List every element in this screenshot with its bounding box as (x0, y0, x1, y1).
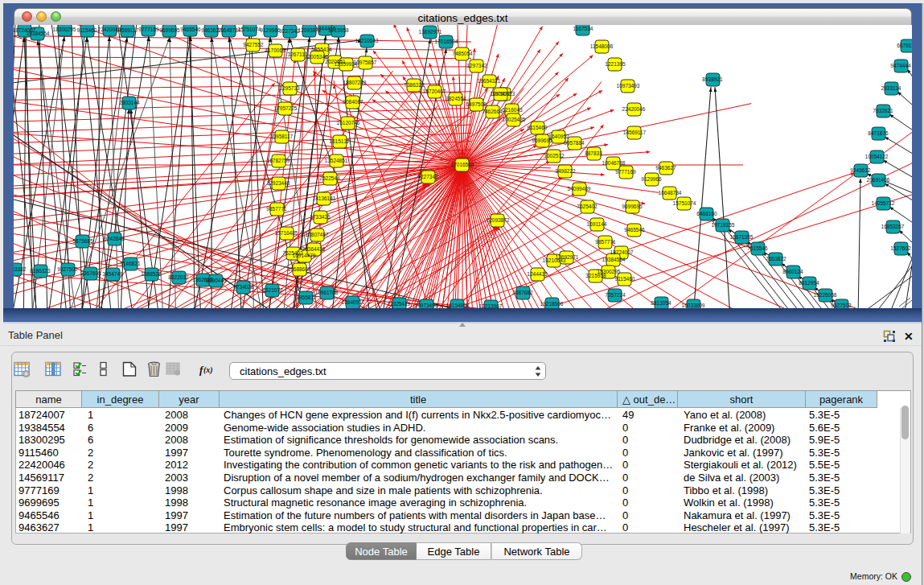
svg-text:9245612: 9245612 (850, 167, 871, 173)
svg-text:9465546: 9465546 (180, 27, 201, 32)
svg-text:15751074: 15751074 (673, 200, 696, 206)
svg-text:6216043: 6216043 (502, 107, 523, 113)
svg-text:5875685: 5875685 (72, 238, 93, 244)
svg-text:7625402: 7625402 (577, 204, 598, 209)
svg-text:6466160: 6466160 (696, 211, 717, 216)
svg-text:1615132: 1615132 (329, 138, 350, 144)
svg-text:9327502: 9327502 (57, 266, 78, 272)
svg-text:9427552: 9427552 (243, 42, 264, 47)
svg-text:8186323: 8186323 (30, 268, 51, 274)
svg-text:2522544: 2522544 (319, 175, 340, 181)
svg-text:16671355: 16671355 (730, 234, 754, 240)
svg-text:1527602: 1527602 (890, 245, 911, 251)
svg-text:2933114: 2933114 (881, 85, 901, 91)
svg-text:9777169: 9777169 (615, 169, 636, 175)
svg-text:16914479: 16914479 (293, 253, 316, 258)
svg-text:3215958: 3215958 (585, 273, 606, 278)
svg-text:2367608: 2367608 (80, 270, 101, 276)
svg-text:10046788: 10046788 (602, 160, 626, 166)
svg-text:9857771: 9857771 (266, 206, 287, 212)
svg-text:9129966: 9129966 (260, 27, 281, 33)
svg-text:14569117: 14569117 (116, 27, 139, 33)
svg-text:1733426: 1733426 (310, 214, 331, 220)
svg-text:1388520: 1388520 (141, 271, 162, 277)
svg-text:11548008: 11548008 (590, 43, 614, 49)
svg-text:18807249: 18807249 (343, 80, 367, 85)
svg-text:3498222: 3498222 (555, 168, 576, 174)
svg-text:10958117: 10958117 (270, 134, 294, 139)
svg-text:8813054: 8813054 (651, 300, 671, 306)
svg-text:1621072: 1621072 (262, 287, 283, 293)
svg-text:19384554: 19384554 (27, 31, 50, 36)
svg-text:9327503: 9327503 (831, 303, 852, 308)
svg-text:12093872: 12093872 (487, 217, 510, 223)
svg-text:1297342: 1297342 (466, 63, 487, 68)
svg-text:2803144: 2803144 (119, 100, 140, 105)
svg-text:(x): (x) (203, 365, 213, 375)
svg-text:20364436: 20364436 (302, 246, 326, 252)
svg-text:11325419: 11325419 (388, 301, 411, 307)
svg-text:9463627: 9463627 (655, 165, 676, 171)
svg-text:7955812: 7955812 (296, 295, 317, 300)
svg-text:16640910: 16640910 (342, 299, 365, 305)
svg-text:19384554: 19384554 (602, 257, 626, 262)
svg-text:16154808: 16154808 (446, 303, 470, 308)
svg-text:9699695: 9699695 (159, 27, 180, 33)
svg-text:10961768: 10961768 (315, 290, 339, 295)
svg-text:8938921: 8938921 (702, 76, 723, 82)
svg-text:4170063: 4170063 (265, 47, 285, 53)
svg-text:1093472: 1093472 (490, 91, 511, 97)
svg-text:6497508: 6497508 (466, 101, 487, 107)
svg-text:9957884: 9957884 (564, 140, 585, 146)
svg-text:15720407: 15720407 (423, 89, 446, 94)
svg-text:8912954: 8912954 (799, 280, 819, 286)
svg-text:9227342: 9227342 (417, 174, 438, 179)
svg-text:9146821: 9146821 (120, 261, 141, 266)
svg-text:9777169: 9777169 (138, 27, 159, 32)
svg-text:1691144: 1691144 (587, 221, 607, 227)
svg-text:16853267: 16853267 (881, 224, 905, 229)
svg-text:17016504: 17016504 (435, 39, 458, 44)
svg-text:7632621: 7632621 (873, 108, 893, 113)
svg-text:2687682: 2687682 (512, 290, 533, 295)
svg-text:9115460: 9115460 (528, 125, 548, 130)
svg-text:1167534: 1167534 (573, 26, 593, 31)
svg-text:10688609: 10688609 (288, 266, 311, 272)
svg-text:10973493: 10973493 (617, 83, 640, 89)
svg-text:7462664: 7462664 (482, 109, 503, 114)
svg-text:1295733: 1295733 (279, 85, 300, 91)
svg-text:17957225: 17957225 (274, 105, 298, 111)
svg-text:12213967: 12213967 (479, 303, 503, 308)
svg-text:16120746: 16120746 (337, 120, 360, 126)
svg-text:9699695: 9699695 (622, 204, 643, 209)
svg-text:16648784: 16648784 (659, 190, 682, 196)
svg-text:10054122: 10054122 (865, 154, 889, 159)
svg-text:18300295: 18300295 (53, 27, 76, 32)
svg-text:1244415: 1244415 (527, 271, 548, 277)
svg-text:16782759: 16782759 (267, 158, 290, 163)
svg-text:17016504: 17016504 (451, 162, 474, 167)
svg-text:1640952: 1640952 (548, 134, 569, 139)
svg-text:5355434: 5355434 (311, 47, 332, 52)
svg-text:16543382: 16543382 (14, 266, 27, 272)
svg-text:10719155: 10719155 (712, 222, 735, 228)
svg-text:9129966: 9129966 (641, 176, 662, 182)
svg-text:9115460: 9115460 (77, 27, 97, 33)
svg-text:14136141: 14136141 (313, 196, 336, 201)
svg-text:9227342: 9227342 (279, 28, 300, 34)
svg-text:8822037: 8822037 (168, 274, 189, 280)
svg-text:13524851: 13524851 (325, 158, 348, 163)
svg-text:9115460: 9115460 (615, 276, 635, 282)
svg-text:3267110: 3267110 (288, 51, 308, 57)
svg-text:13692971: 13692971 (556, 254, 579, 260)
svg-text:1002512: 1002512 (544, 153, 565, 159)
svg-text:15751074: 15751074 (238, 27, 261, 32)
svg-text:9084067: 9084067 (343, 99, 363, 105)
svg-text:8990443: 8990443 (206, 278, 227, 283)
svg-text:1221395: 1221395 (605, 61, 626, 67)
svg-text:13692971: 13692971 (419, 29, 442, 35)
svg-text:887833: 887833 (585, 150, 602, 156)
svg-text:16210643: 16210643 (355, 38, 379, 43)
svg-text:10807487: 10807487 (306, 232, 329, 237)
svg-text:9465546: 9465546 (624, 227, 645, 233)
